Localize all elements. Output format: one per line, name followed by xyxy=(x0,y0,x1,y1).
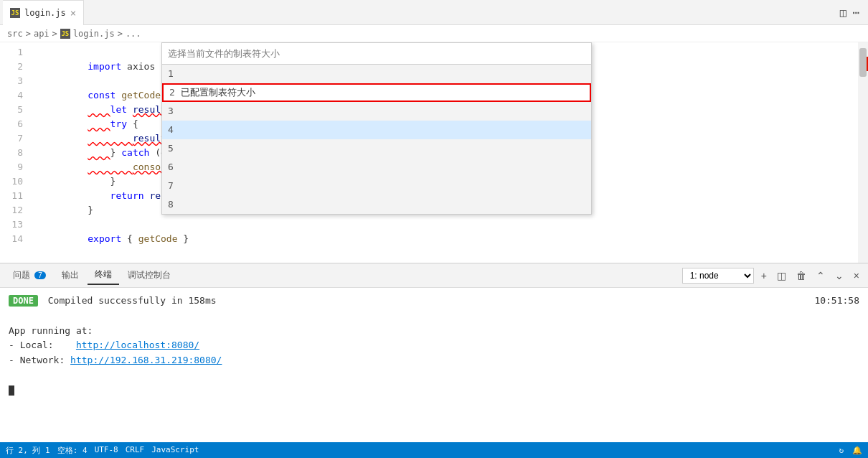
close-panel-button[interactable]: × xyxy=(851,268,862,283)
editor-scrollbar[interactable] xyxy=(858,42,868,263)
done-badge: DONE xyxy=(9,295,38,307)
status-bar-right: ↻ 🔔 xyxy=(839,446,862,455)
tab-close-button[interactable]: × xyxy=(70,8,76,18)
terminal-select[interactable]: 1: node 2: bash xyxy=(682,268,754,284)
dropdown-item-5[interactable]: 5 xyxy=(162,139,591,158)
status-bar: 行 2, 列 1 空格: 4 UTF-8 CRLF JavaScript ↻ 🔔 xyxy=(0,442,868,458)
terminal-line-compiled: DONE Compiled successfully in 158ms 10:5… xyxy=(9,294,859,309)
terminal-cursor-line xyxy=(9,383,859,398)
dropdown-item-1[interactable]: 1 xyxy=(162,65,591,83)
code-editor[interactable]: 1 2 3 4 5 6 7 8 9 10 11 12 13 14 import … xyxy=(0,42,868,263)
tab-size-dropdown[interactable]: 1 2 已配置制表符大小 3 xyxy=(161,42,592,215)
panel-tab-bar: 问题 7 输出 终端 调试控制台 1: node 2: bash + ◫ 🗑 ⌃… xyxy=(0,263,868,288)
tab-bar: JS login.js × ◫ ⋯ xyxy=(0,0,868,25)
status-encoding[interactable]: UTF-8 xyxy=(95,445,118,456)
status-indent[interactable]: 空格: 4 xyxy=(57,445,88,456)
new-terminal-button[interactable]: + xyxy=(758,268,770,283)
local-url-link[interactable]: http://localhost:8080/ xyxy=(76,340,199,350)
code-line-13: export { getCode } xyxy=(29,218,858,232)
bottom-panel: 问题 7 输出 终端 调试控制台 1: node 2: bash + ◫ 🗑 ⌃… xyxy=(0,263,868,442)
dropdown-item-4[interactable]: 4 xyxy=(162,121,591,139)
breadcrumb: src > api > JS login.js > ... xyxy=(0,25,868,42)
status-eol[interactable]: CRLF xyxy=(126,445,145,456)
tab-terminal[interactable]: 终端 xyxy=(88,266,119,285)
breadcrumb-src[interactable]: src xyxy=(7,29,23,39)
code-area[interactable]: import axios fr const getCode = let resu… xyxy=(29,42,858,263)
editor-tab[interactable]: JS login.js × xyxy=(3,0,84,25)
terminal-line-network: - Network: http://192.168.31.219:8080/ xyxy=(9,353,859,368)
tab-filename: login.js xyxy=(24,8,66,18)
split-editor-icon[interactable]: ◫ xyxy=(840,6,847,19)
more-actions-icon[interactable]: ⋯ xyxy=(852,6,859,19)
panel-controls: 1: node 2: bash + ◫ 🗑 ⌃ ⌄ × xyxy=(682,268,862,284)
sync-icon[interactable]: ↻ xyxy=(839,446,844,455)
dropdown-item-7[interactable]: 7 xyxy=(162,177,591,195)
main-area: 1 2 3 4 5 6 7 8 9 10 11 12 13 14 import … xyxy=(0,42,868,263)
dropdown-item-3[interactable]: 3 xyxy=(162,102,591,121)
terminal-line-running: App running at: xyxy=(9,324,859,339)
tab-output[interactable]: 输出 xyxy=(55,266,86,284)
scroll-down-button[interactable]: ⌄ xyxy=(832,268,846,283)
dropdown-item-6[interactable]: 6 xyxy=(162,158,591,177)
dropdown-item-8[interactable]: 8 xyxy=(162,195,591,214)
breadcrumb-filename[interactable]: login.js xyxy=(73,29,115,39)
line-numbers: 1 2 3 4 5 6 7 8 9 10 11 12 13 14 xyxy=(0,42,29,263)
scrollbar-thumb[interactable] xyxy=(859,48,867,77)
tab-debug-console[interactable]: 调试控制台 xyxy=(121,266,178,284)
terminal-line-local: - Local: http://localhost:8080/ xyxy=(9,338,859,353)
breadcrumb-symbol[interactable]: ... xyxy=(126,29,141,39)
scroll-up-button[interactable]: ⌃ xyxy=(813,268,828,283)
status-language[interactable]: JavaScript xyxy=(151,445,199,456)
editor-tab-actions: ◫ ⋯ xyxy=(840,6,865,19)
split-terminal-button[interactable]: ◫ xyxy=(774,268,789,283)
terminal-content[interactable]: DONE Compiled successfully in 158ms 10:5… xyxy=(0,288,868,442)
status-line-col[interactable]: 行 2, 列 1 xyxy=(6,445,50,456)
terminal-cursor xyxy=(9,385,14,396)
delete-terminal-button[interactable]: 🗑 xyxy=(793,268,809,283)
status-bar-left: 行 2, 列 1 空格: 4 UTF-8 CRLF JavaScript xyxy=(6,445,199,456)
dropdown-item-2[interactable]: 2 已配置制表符大小 xyxy=(162,83,591,102)
js-file-icon: JS xyxy=(10,8,20,18)
problems-badge: 7 xyxy=(34,271,46,279)
breadcrumb-api[interactable]: api xyxy=(34,29,49,39)
bell-icon[interactable]: 🔔 xyxy=(852,446,862,455)
tab-problems[interactable]: 问题 7 xyxy=(6,266,53,284)
compile-timestamp: 10:51:58 xyxy=(814,294,859,309)
breadcrumb-js-icon: JS xyxy=(60,29,70,39)
network-url-link[interactable]: http://192.168.31.219:8080/ xyxy=(70,355,222,365)
dropdown-search-input[interactable] xyxy=(162,43,591,65)
